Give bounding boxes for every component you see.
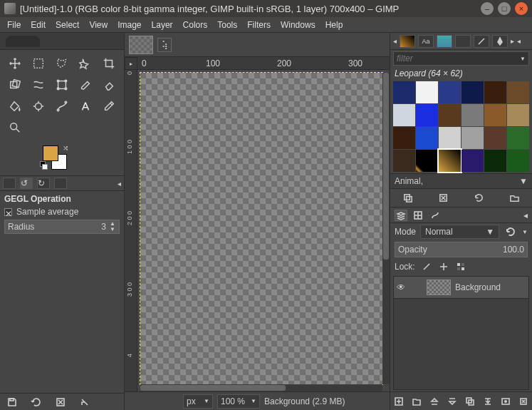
tool-free-select[interactable] bbox=[51, 54, 72, 73]
pattern-swatch[interactable] bbox=[439, 150, 461, 172]
radius-spin-down[interactable]: ▼ bbox=[109, 227, 116, 232]
menu-windows[interactable]: Windows bbox=[281, 20, 315, 30]
pattern-swatch[interactable] bbox=[416, 127, 438, 149]
delete-layer-icon[interactable] bbox=[517, 395, 530, 408]
document-history-tab[interactable] bbox=[437, 35, 452, 48]
tool-paths[interactable] bbox=[51, 97, 72, 116]
pattern-swatch[interactable] bbox=[393, 150, 415, 172]
open-pattern-folder-icon[interactable] bbox=[508, 192, 521, 205]
patterns-tab[interactable] bbox=[400, 35, 415, 48]
pattern-swatch[interactable] bbox=[416, 150, 438, 172]
merge-layer-icon[interactable] bbox=[481, 395, 494, 408]
tab-scroll-left[interactable]: ◂ bbox=[393, 37, 397, 45]
pattern-swatch[interactable] bbox=[461, 127, 484, 149]
pattern-swatch[interactable] bbox=[439, 127, 461, 149]
layer-visibility-icon[interactable]: 👁 bbox=[397, 282, 408, 292]
tool-move[interactable] bbox=[4, 54, 25, 73]
menu-file[interactable]: File bbox=[7, 20, 21, 30]
tool-eraser[interactable] bbox=[99, 76, 120, 94]
pattern-swatch[interactable] bbox=[393, 81, 415, 103]
layer-thumbnail[interactable] bbox=[427, 280, 451, 295]
lock-alpha-icon[interactable] bbox=[455, 261, 466, 272]
tool-color-picker[interactable] bbox=[99, 97, 120, 116]
pattern-swatch[interactable] bbox=[416, 104, 438, 126]
layer-name[interactable]: Background bbox=[455, 282, 501, 292]
delete-options-icon[interactable] bbox=[54, 396, 67, 409]
refresh-patterns-icon[interactable] bbox=[472, 192, 485, 205]
horizontal-ruler[interactable]: 0100200300 bbox=[137, 57, 390, 70]
pattern-swatch[interactable] bbox=[484, 127, 506, 149]
foreground-color-swatch[interactable] bbox=[43, 145, 58, 161]
menu-edit[interactable]: Edit bbox=[31, 20, 46, 30]
mode-switch-icon[interactable] bbox=[504, 225, 518, 239]
save-options-icon[interactable] bbox=[6, 396, 19, 409]
tool-warp[interactable] bbox=[28, 76, 48, 94]
pattern-swatch[interactable] bbox=[507, 150, 529, 172]
restore-options-icon[interactable] bbox=[30, 396, 43, 409]
tab-menu-icon[interactable]: ◂ bbox=[523, 210, 528, 220]
chevron-down-icon[interactable]: ▼ bbox=[522, 229, 528, 235]
tool-bucket[interactable] bbox=[4, 97, 25, 116]
tool-unified-transform[interactable] bbox=[51, 76, 72, 94]
tool-rect-select[interactable] bbox=[28, 54, 48, 73]
tool-options-tab[interactable] bbox=[3, 178, 16, 189]
tool-rotate[interactable] bbox=[4, 76, 25, 94]
pattern-swatch[interactable] bbox=[416, 81, 438, 103]
menu-image[interactable]: Image bbox=[118, 20, 141, 30]
gradients-tab[interactable] bbox=[455, 35, 471, 48]
device-status-tab[interactable]: ↺ bbox=[20, 178, 33, 189]
horizontal-scrollbar[interactable] bbox=[140, 384, 382, 391]
image-tab[interactable] bbox=[129, 36, 153, 54]
tool-text[interactable] bbox=[75, 97, 96, 116]
pattern-swatch[interactable] bbox=[461, 150, 484, 172]
pattern-category-select[interactable]: Animal, ▼ bbox=[390, 173, 532, 189]
pattern-swatch[interactable] bbox=[484, 104, 506, 126]
brushes-tab[interactable] bbox=[474, 35, 489, 48]
menu-help[interactable]: Help bbox=[325, 20, 343, 30]
new-layer-group-icon[interactable] bbox=[410, 395, 423, 408]
tab-menu-icon[interactable]: ◂ bbox=[517, 37, 521, 45]
pattern-swatch[interactable] bbox=[461, 81, 484, 103]
layer-mode-select[interactable]: Normal ▼ bbox=[420, 225, 499, 239]
canvas[interactable] bbox=[140, 73, 382, 384]
pattern-swatch[interactable] bbox=[439, 81, 461, 103]
paths-tab[interactable] bbox=[429, 210, 442, 221]
sample-average-checkbox[interactable]: ✕ bbox=[4, 208, 12, 216]
opacity-slider[interactable]: Opacity 100.0 bbox=[395, 242, 528, 257]
raise-layer-icon[interactable] bbox=[428, 395, 441, 408]
channels-tab[interactable] bbox=[412, 210, 424, 221]
duplicate-layer-icon[interactable] bbox=[464, 395, 476, 408]
vertical-scrollbar[interactable] bbox=[382, 73, 390, 384]
images-tab[interactable] bbox=[54, 178, 67, 189]
reset-colors-icon[interactable] bbox=[40, 161, 47, 168]
vertical-ruler[interactable]: 01 0 02 0 03 0 04 bbox=[125, 70, 137, 391]
swap-colors-icon[interactable]: ⤭ bbox=[63, 144, 68, 152]
menu-view[interactable]: View bbox=[89, 20, 108, 30]
unit-select[interactable]: px▼ bbox=[183, 394, 213, 409]
pattern-swatch[interactable] bbox=[507, 127, 529, 149]
tab-menu-icon[interactable]: ◂ bbox=[118, 180, 121, 188]
tool-paintbrush[interactable] bbox=[75, 76, 96, 94]
new-layer-icon[interactable] bbox=[392, 395, 405, 408]
tool-smudge[interactable] bbox=[28, 97, 48, 116]
tool-crop[interactable] bbox=[99, 54, 120, 73]
lower-layer-icon[interactable] bbox=[446, 395, 459, 408]
pattern-swatch[interactable] bbox=[507, 81, 529, 103]
menu-colors[interactable]: Colors bbox=[183, 20, 208, 30]
zoom-select[interactable]: 100 %▼ bbox=[217, 394, 260, 409]
pattern-filter[interactable]: ▼ bbox=[393, 51, 529, 66]
paint-dynamics-tab[interactable] bbox=[492, 35, 508, 48]
menu-tools[interactable]: Tools bbox=[217, 20, 237, 30]
delete-pattern-icon[interactable] bbox=[437, 192, 450, 205]
menu-select[interactable]: Select bbox=[56, 20, 79, 30]
layers-tab[interactable] bbox=[395, 210, 407, 221]
tab-scroll-right[interactable]: ▸ bbox=[511, 37, 514, 45]
window-close-button[interactable]: × bbox=[515, 2, 528, 15]
tool-fuzzy-select[interactable] bbox=[75, 54, 96, 73]
menu-filters[interactable]: Filters bbox=[247, 20, 271, 30]
image-tab-close[interactable]: ⢵ bbox=[157, 38, 172, 52]
radius-field[interactable]: Radius 3 ▲ ▼ bbox=[4, 220, 120, 234]
mask-layer-icon[interactable] bbox=[499, 395, 512, 408]
lock-pixels-icon[interactable] bbox=[421, 261, 432, 272]
window-minimize-button[interactable]: – bbox=[481, 2, 494, 15]
